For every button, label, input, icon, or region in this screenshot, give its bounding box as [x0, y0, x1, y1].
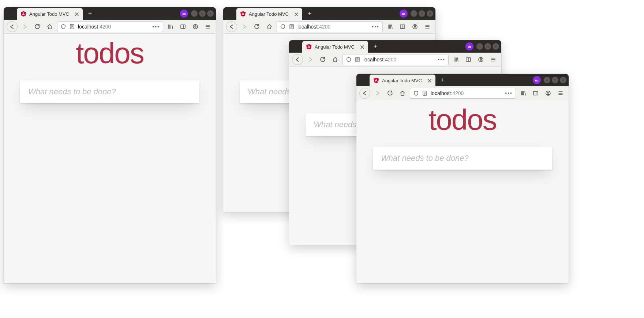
home-button[interactable] — [45, 22, 55, 32]
url-text: localhost:4200 — [297, 24, 330, 30]
close-window-button[interactable]: × — [560, 77, 566, 83]
tab-title: Angular Todo MVC — [315, 44, 356, 50]
page-content: todos What needs to be done? — [356, 100, 569, 283]
shield-icon — [413, 90, 419, 96]
page-title: todos — [76, 37, 144, 70]
titlebar: Angular Todo MVC + ∞ – □ × — [289, 40, 501, 53]
forward-button[interactable] — [372, 88, 383, 98]
close-window-button[interactable]: × — [427, 10, 433, 17]
address-bar[interactable]: localhost:4200 ••• — [342, 54, 449, 65]
account-button[interactable] — [410, 22, 420, 32]
close-tab-icon[interactable] — [359, 44, 364, 49]
forward-button[interactable] — [20, 22, 30, 32]
reload-button[interactable] — [252, 22, 262, 32]
private-browsing-icon: ∞ — [400, 10, 408, 18]
address-bar[interactable]: localhost:4200 ••• — [277, 21, 383, 32]
maximize-button[interactable]: □ — [419, 10, 425, 17]
reload-button[interactable] — [385, 88, 395, 98]
back-button[interactable] — [359, 88, 370, 99]
sidebar-button[interactable] — [463, 54, 473, 65]
browser-tab[interactable]: Angular Todo MVC — [302, 41, 368, 53]
minimize-button[interactable]: – — [544, 77, 550, 83]
shield-icon — [346, 57, 352, 63]
tab-title: Angular Todo MVC — [29, 11, 71, 17]
maximize-button[interactable]: □ — [484, 43, 491, 50]
close-tab-icon[interactable] — [427, 78, 432, 83]
browser-tab[interactable]: Angular Todo MVC — [370, 75, 435, 86]
url-text: localhost:4200 — [363, 57, 396, 63]
menu-button[interactable] — [555, 88, 566, 98]
new-todo-placeholder: What needs to be done? — [381, 154, 469, 163]
new-tab-button[interactable]: + — [304, 8, 315, 19]
new-todo-placeholder: What needs to be done? — [28, 87, 116, 96]
library-button[interactable] — [385, 22, 395, 32]
new-todo-input[interactable]: What needs to be done? — [20, 80, 199, 103]
page-info-icon — [355, 57, 360, 63]
menu-button[interactable] — [488, 54, 498, 65]
sidebar-button[interactable] — [178, 22, 188, 32]
page-content: todos What needs to be done? — [4, 34, 216, 283]
tab-title: Angular Todo MVC — [382, 78, 424, 83]
forward-button[interactable] — [305, 54, 315, 65]
page-title: todos — [428, 103, 497, 137]
page-actions-icon[interactable]: ••• — [438, 57, 445, 63]
account-button[interactable] — [543, 88, 553, 98]
menu-button[interactable] — [203, 22, 213, 32]
home-button[interactable] — [397, 88, 408, 98]
navbar: localhost:4200 ••• — [223, 20, 435, 34]
browser-tab[interactable]: Angular Todo MVC — [236, 8, 302, 20]
titlebar: Angular Todo MVC + ∞ – □ × — [4, 7, 216, 20]
page-actions-icon[interactable]: ••• — [152, 24, 160, 30]
private-browsing-icon: ∞ — [465, 42, 473, 50]
reload-button[interactable] — [318, 54, 328, 65]
close-tab-icon[interactable] — [293, 11, 299, 16]
new-todo-input[interactable]: What needs to be done? — [373, 147, 552, 170]
angular-icon — [20, 11, 26, 17]
navbar: localhost:4200 ••• — [4, 20, 216, 34]
page-info-icon — [422, 90, 428, 96]
menu-button[interactable] — [422, 22, 433, 32]
angular-icon — [240, 11, 246, 17]
tab-title: Angular Todo MVC — [249, 11, 291, 17]
page-actions-icon[interactable]: ••• — [505, 90, 513, 96]
account-button[interactable] — [190, 22, 201, 32]
forward-button[interactable] — [239, 22, 250, 32]
private-browsing-icon: ∞ — [180, 10, 188, 18]
back-button[interactable] — [7, 21, 18, 32]
close-tab-icon[interactable] — [74, 11, 79, 16]
new-tab-button[interactable]: + — [85, 8, 95, 19]
maximize-button[interactable]: □ — [552, 77, 558, 83]
new-tab-button[interactable]: + — [370, 41, 381, 52]
private-browsing-icon: ∞ — [533, 76, 541, 84]
sidebar-button[interactable] — [397, 22, 408, 32]
reload-button[interactable] — [32, 22, 42, 32]
library-button[interactable] — [451, 54, 461, 65]
minimize-button[interactable]: – — [476, 43, 483, 50]
home-button[interactable] — [264, 22, 274, 32]
close-window-button[interactable]: × — [207, 10, 214, 17]
back-button[interactable] — [226, 21, 237, 32]
browser-window: Angular Todo MVC + ∞ – □ × localhost:420… — [356, 74, 569, 283]
shield-icon — [60, 24, 66, 30]
back-button[interactable] — [292, 54, 303, 65]
library-button[interactable] — [165, 22, 176, 32]
minimize-button[interactable]: – — [191, 10, 198, 17]
navbar: localhost:4200 ••• — [289, 53, 501, 67]
page-actions-icon[interactable]: ••• — [372, 24, 379, 30]
shield-icon — [280, 24, 286, 30]
browser-window: Angular Todo MVC + ∞ – □ × localhost:420… — [4, 7, 216, 283]
page-info-icon — [69, 24, 75, 30]
address-bar[interactable]: localhost:4200 ••• — [410, 88, 516, 99]
account-button[interactable] — [476, 54, 486, 65]
home-button[interactable] — [330, 54, 340, 65]
minimize-button[interactable]: – — [411, 10, 417, 17]
angular-icon — [373, 77, 379, 83]
sidebar-button[interactable] — [531, 88, 541, 98]
new-tab-button[interactable]: + — [438, 75, 448, 85]
library-button[interactable] — [518, 88, 528, 98]
titlebar: Angular Todo MVC + ∞ – □ × — [223, 7, 435, 20]
address-bar[interactable]: localhost:4200 ••• — [57, 21, 163, 32]
browser-tab[interactable]: Angular Todo MVC — [17, 8, 83, 20]
maximize-button[interactable]: □ — [199, 10, 206, 17]
close-window-button[interactable]: × — [493, 43, 499, 50]
